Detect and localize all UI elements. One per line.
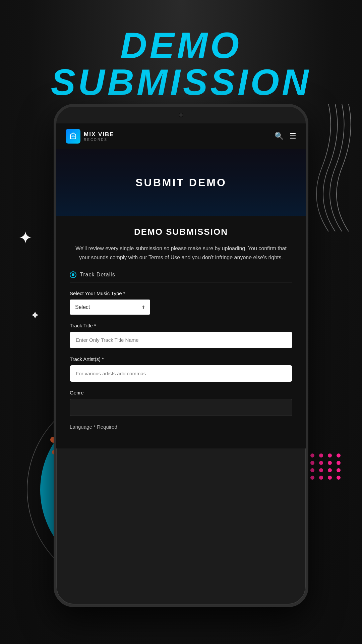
genre-group: Genre	[70, 390, 292, 416]
section-heading: DEMO SUBMISSION	[70, 227, 292, 237]
track-artists-group: Track Artist(s) *	[70, 356, 292, 382]
music-type-group: Select Your Music Type * Select ⬍	[70, 290, 292, 315]
nav-logo-text: MIX VIBE RECORDS	[84, 131, 114, 142]
phone-navbar: MIX VIBE RECORDS 🔍 ☰	[56, 123, 306, 149]
track-title-input[interactable]	[70, 332, 292, 348]
track-details-icon	[70, 271, 76, 278]
track-details-header: Track Details	[70, 271, 292, 282]
music-type-select[interactable]: Select	[70, 300, 150, 315]
language-label: Language * Required	[70, 424, 292, 430]
track-artists-input[interactable]	[70, 365, 292, 382]
track-title-label: Track Title *	[70, 323, 292, 328]
page-title-demo: DEMO	[0, 27, 362, 64]
hero-title: SUBMIT DEMO	[135, 176, 227, 189]
menu-icon[interactable]: ☰	[290, 132, 296, 141]
genre-label: Genre	[70, 390, 292, 395]
nav-sub-label: RECORDS	[84, 138, 114, 142]
search-icon[interactable]: 🔍	[275, 132, 284, 141]
camera-dot	[179, 113, 183, 117]
music-type-label: Select Your Music Type *	[70, 290, 292, 296]
page-title-container: DEMO SUBMISSION	[0, 27, 362, 101]
music-type-select-wrapper: Select ⬍	[70, 300, 150, 315]
page-title-submission: SUBMISSION	[0, 64, 362, 101]
section-description: We'll review every single submission so …	[70, 244, 292, 262]
language-group: Language * Required	[70, 424, 292, 430]
nav-logo: MIX VIBE RECORDS	[66, 129, 114, 144]
genre-input[interactable]	[70, 399, 292, 416]
track-title-group: Track Title *	[70, 323, 292, 348]
nav-brand-name: MIX VIBE	[84, 131, 114, 138]
star-decoration-2: ✦	[30, 309, 40, 322]
phone-hero: SUBMIT DEMO	[56, 149, 306, 216]
phone-mockup: MIX VIBE RECORDS 🔍 ☰ SUBMIT DEMO DEMO SU…	[54, 104, 308, 607]
phone-content: DEMO SUBMISSION We'll review every singl…	[56, 216, 306, 448]
track-details-label: Track Details	[80, 272, 115, 278]
nav-icons: 🔍 ☰	[275, 132, 296, 141]
star-decoration-1: ✦	[18, 228, 33, 248]
nav-logo-icon	[66, 129, 80, 144]
track-artists-label: Track Artist(s) *	[70, 356, 292, 362]
phone-notch	[56, 107, 306, 123]
